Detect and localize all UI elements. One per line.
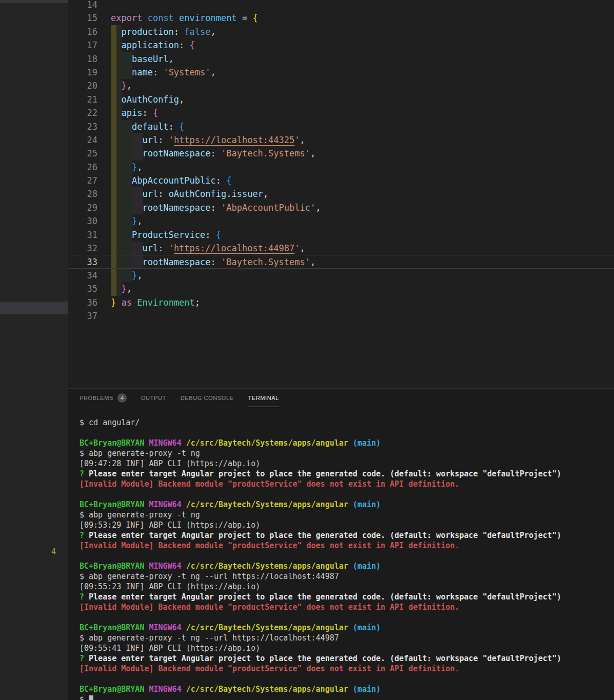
code-line-text: baseUrl, [111, 52, 174, 66]
code-line-text: url: oAuthConfig.issuer, [111, 187, 268, 201]
code-token: } [132, 216, 137, 226]
terminal-line [80, 612, 614, 623]
terminal-text: BC+Bryan@BRYAN [80, 438, 144, 448]
code-token [111, 54, 132, 64]
code-token: ' [169, 135, 174, 145]
code-line: 26 }, [68, 161, 614, 174]
terminal[interactable]: $ cd angular/BC+Bryan@BRYAN MINGW64 /c/s… [80, 417, 614, 700]
terminal-line: $ abp generate-proxy -t ng [80, 448, 614, 458]
terminal-line: [09:47:28 INF] ABP CLI (https://abp.io) [80, 458, 614, 469]
code-line: 34 }, [68, 269, 614, 282]
code-token: ' [294, 243, 300, 253]
terminal-line: BC+Bryan@BRYAN MINGW64 /c/src/Baytech/Sy… [80, 438, 614, 448]
terminal-line: [Invalid Module] Backend module "product… [80, 664, 614, 674]
code-token: , [263, 189, 268, 199]
code-editor[interactable]: 1415export const environment = {16 produ… [68, 0, 614, 388]
code-line-text: }, [111, 282, 132, 295]
code-token: : [174, 27, 184, 37]
code-token [111, 67, 132, 77]
code-token: url [142, 243, 158, 253]
code-token: url [142, 189, 158, 199]
problems-count-badge: 4 [117, 393, 127, 403]
terminal-text: Please enter target Angular project to p… [84, 654, 561, 663]
code-token: https://localhost:44325 [174, 135, 294, 145]
terminal-text: $ abp generate-proxy -t ng --url https:/… [80, 633, 339, 643]
line-number: 29 [68, 201, 97, 214]
sidebar-item-highlight-top[interactable] [0, 0, 68, 3]
code-line-text: rootNamespace: 'AbpAccountPublic', [111, 201, 321, 214]
line-number: 24 [68, 133, 97, 147]
code-token: production [121, 27, 173, 37]
code-line: 28 url: oAuthConfig.issuer, [68, 187, 614, 201]
line-number: 34 [68, 269, 97, 282]
code-token [111, 108, 121, 118]
vscode-window: 4 1415export const environment = {16 pro… [0, 0, 614, 700]
code-line-text: } as Environment; [111, 296, 200, 309]
terminal-text: MINGW64 [149, 685, 181, 694]
panel-tabs: PROBLEMS4OUTPUTDEBUG CONSOLETERMINAL [68, 389, 614, 407]
line-number: 15 [68, 11, 97, 25]
line-number: 32 [68, 242, 97, 255]
terminal-line [80, 489, 614, 499]
code-token: : [210, 257, 221, 267]
terminal-line: ? Please enter target Angular project to… [80, 469, 614, 479]
terminal-line: ? Please enter target Angular project to… [80, 653, 614, 664]
panel-tab-label: PROBLEMS [80, 395, 113, 401]
code-token [111, 203, 142, 213]
code-token: as [122, 297, 132, 308]
panel-tab-terminal[interactable]: TERMINAL [248, 389, 279, 407]
line-number: 17 [68, 38, 97, 52]
panel-tab-output[interactable]: OUTPUT [141, 389, 166, 407]
code-token: Environment [137, 297, 195, 308]
terminal-cursor [89, 695, 93, 700]
code-line-text: application: { [111, 38, 195, 52]
code-line: 16 production: false, [68, 25, 614, 38]
code-line: 22 apis: { [68, 106, 614, 119]
code-token: export [111, 13, 142, 23]
line-number: 33 [68, 255, 97, 269]
panel-tab-debug-console[interactable]: DEBUG CONSOLE [181, 389, 234, 407]
line-number: 37 [68, 309, 97, 323]
terminal-line [80, 428, 614, 438]
code-token: 'Systems' [163, 67, 210, 77]
terminal-text [348, 500, 353, 509]
sidebar-selected-item[interactable] [0, 302, 68, 314]
line-number: 18 [68, 52, 97, 66]
code-token: https://localhost:44987 [174, 243, 294, 253]
line-number: 16 [68, 25, 97, 38]
terminal-text: [09:55:23 INF] ABP CLI (https://abp.io) [80, 582, 260, 591]
terminal-text: Please enter target Angular project to p… [84, 469, 561, 478]
line-number: 36 [68, 296, 97, 309]
terminal-line: $ [80, 694, 614, 700]
terminal-line: BC+Bryan@BRYAN MINGW64 /c/src/Baytech/Sy… [80, 561, 614, 571]
panel-tab-label: TERMINAL [248, 395, 279, 401]
code-token: : [216, 175, 226, 186]
bottom-panel: PROBLEMS4OUTPUTDEBUG CONSOLETERMINAL $ c… [68, 388, 614, 700]
terminal-text: $ cd angular/ [80, 418, 140, 427]
code-token: 'Baytech.Systems' [221, 257, 310, 267]
code-line: 25 rootNamespace: 'Baytech.Systems', [68, 147, 614, 160]
terminal-text: [Invalid Module] Backend module "product… [80, 479, 460, 489]
code-token: 'AbpAccountPublic' [221, 203, 315, 213]
terminal-text: $ [80, 695, 89, 700]
code-line: 21 oAuthConfig, [68, 93, 614, 106]
line-number: 27 [68, 174, 97, 187]
code-token: , [137, 270, 142, 281]
code-token [132, 297, 137, 308]
terminal-text: (main) [353, 623, 381, 632]
terminal-text: ? [80, 592, 84, 602]
terminal-text: [Invalid Module] Backend module "product… [80, 541, 460, 550]
code-token [111, 175, 132, 186]
code-token: . [226, 189, 231, 199]
code-line-text: }, [111, 161, 142, 174]
code-token: , [127, 81, 132, 91]
panel-tab-problems[interactable]: PROBLEMS4 [80, 389, 127, 407]
code-token: : [158, 243, 168, 253]
terminal-text: $ abp generate-proxy -t ng --url https:/… [80, 572, 339, 581]
code-line-text: apis: { [111, 106, 158, 119]
code-token: oAuthConfig [169, 189, 227, 199]
code-token: url [142, 135, 158, 145]
code-token: { [153, 108, 158, 118]
terminal-text: (main) [353, 500, 381, 509]
terminal-text: /c/src/Baytech/Systems/apps/angular [186, 438, 348, 448]
